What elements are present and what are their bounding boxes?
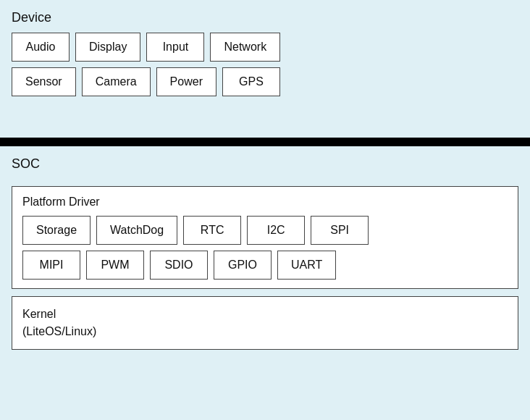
platform-driver-row1: StorageWatchDogRTCI2CSPI xyxy=(22,216,508,245)
platform-driver-item: RTC xyxy=(183,216,241,245)
platform-driver-box: Platform Driver StorageWatchDogRTCI2CSPI… xyxy=(12,186,518,289)
platform-driver-item: UART xyxy=(277,251,336,280)
device-item: Display xyxy=(75,33,140,62)
device-item: Audio xyxy=(12,33,70,62)
platform-driver-item: SDIO xyxy=(150,251,208,280)
soc-section: SOC Platform Driver StorageWatchDogRTCI2… xyxy=(0,146,530,420)
platform-driver-item: GPIO xyxy=(214,251,272,280)
platform-driver-item: Storage xyxy=(22,216,91,245)
platform-driver-item: SPI xyxy=(311,216,369,245)
platform-driver-item: MIPI xyxy=(22,251,80,280)
platform-driver-item: I2C xyxy=(247,216,305,245)
platform-driver-row2: MIPIPWMSDIOGPIOUART xyxy=(22,251,508,280)
device-item: Input xyxy=(146,33,204,62)
device-item: Camera xyxy=(82,67,151,96)
device-item: GPS xyxy=(222,67,280,96)
device-row2: SensorCameraPowerGPS xyxy=(12,67,518,96)
device-title: Device xyxy=(12,10,518,25)
device-item: Power xyxy=(156,67,216,96)
soc-title: SOC xyxy=(12,156,518,172)
kernel-box: Kernel (LiteOS/Linux) xyxy=(12,296,518,350)
kernel-line2: (LiteOS/Linux) xyxy=(22,325,96,337)
device-item: Network xyxy=(210,33,280,62)
section-divider xyxy=(0,138,530,146)
device-item: Sensor xyxy=(12,67,76,96)
platform-driver-item: PWM xyxy=(86,251,144,280)
platform-driver-item: WatchDog xyxy=(96,216,177,245)
device-row1: AudioDisplayInputNetwork xyxy=(12,33,518,62)
kernel-line1: Kernel xyxy=(22,308,56,320)
device-section: Device AudioDisplayInputNetwork SensorCa… xyxy=(0,0,530,138)
platform-driver-title: Platform Driver xyxy=(22,196,508,209)
